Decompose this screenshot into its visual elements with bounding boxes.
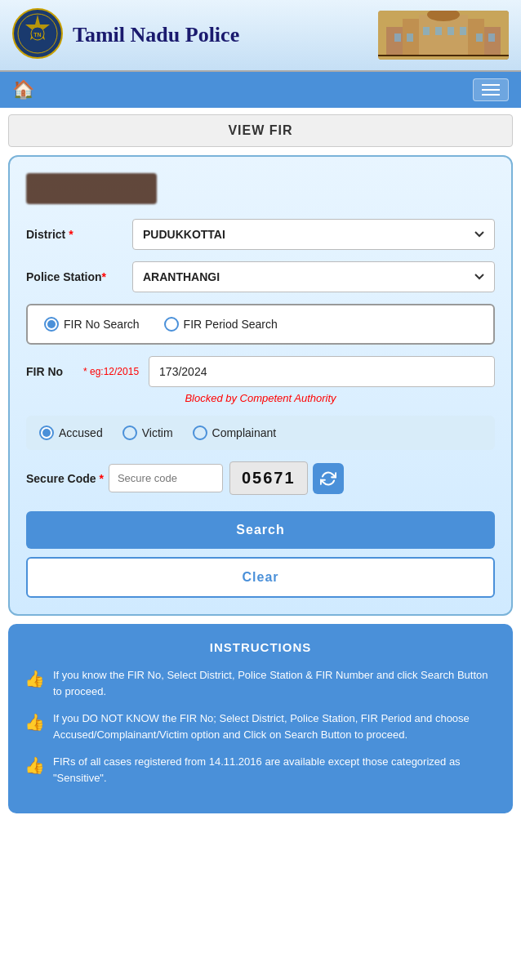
- secure-code-display: 05671: [229, 461, 308, 495]
- instruction-item-2: 👍 If you DO NOT KNOW the FIR No; Select …: [24, 710, 497, 742]
- thumbs-up-icon-1: 👍: [24, 669, 45, 688]
- page-title: VIEW FIR: [8, 114, 513, 147]
- svg-rect-12: [435, 27, 442, 35]
- blocked-message: Blocked by Competent Authority: [26, 392, 495, 404]
- instructions-section: INSTRUCTIONS 👍 If you know the FIR No, S…: [8, 624, 513, 813]
- thumbs-up-icon-2: 👍: [24, 712, 45, 732]
- district-row: District * PUDUKKOTTAI: [26, 219, 495, 250]
- menu-button[interactable]: [473, 78, 509, 101]
- instruction-text-3: FIRs of all cases registered from 14.11.…: [53, 754, 497, 786]
- victim-radio[interactable]: [122, 425, 137, 440]
- victim-option[interactable]: Victim: [122, 425, 173, 440]
- svg-rect-10: [407, 33, 413, 42]
- main-form-card: District * PUDUKKOTTAI Police Station* A…: [8, 155, 513, 616]
- instruction-item-3: 👍 FIRs of all cases registered from 14.1…: [24, 754, 497, 786]
- site-header: TN Tamil Nadu Police: [0, 0, 521, 72]
- instruction-text-2: If you DO NOT KNOW the FIR No; Select Di…: [53, 710, 497, 742]
- svg-rect-9: [394, 33, 401, 42]
- menu-line-2: [482, 89, 500, 91]
- accused-radio[interactable]: [39, 425, 54, 440]
- accused-option[interactable]: Accused: [39, 425, 103, 440]
- police-station-select[interactable]: ARANTHANGI: [132, 261, 495, 292]
- redacted-logo: [26, 173, 157, 204]
- svg-rect-13: [448, 27, 454, 35]
- person-type-row: Accused Victim Complainant: [26, 416, 495, 450]
- svg-rect-11: [423, 27, 430, 35]
- instruction-item-1: 👍 If you know the FIR No, Select Distric…: [24, 667, 497, 699]
- svg-text:TN: TN: [33, 32, 41, 38]
- fir-no-input[interactable]: [149, 356, 495, 387]
- complainant-radio[interactable]: [193, 425, 207, 440]
- district-select[interactable]: PUDUKKOTTAI: [132, 219, 495, 250]
- search-type-group: FIR No Search FIR Period Search: [26, 304, 495, 345]
- navigation-bar: 🏠: [0, 72, 521, 108]
- police-station-label: Police Station*: [26, 270, 132, 283]
- logo: TN: [12, 8, 63, 62]
- svg-rect-14: [460, 27, 466, 35]
- refresh-secure-code-button[interactable]: [313, 463, 344, 494]
- clear-button[interactable]: Clear: [26, 557, 495, 598]
- secure-code-row: Secure Code * 05671: [26, 461, 495, 495]
- fir-no-search-option[interactable]: FIR No Search: [44, 317, 140, 332]
- district-label: District *: [26, 228, 132, 241]
- secure-code-input[interactable]: [109, 464, 223, 492]
- menu-line-1: [482, 84, 500, 86]
- instructions-title: INSTRUCTIONS: [24, 640, 497, 654]
- thumbs-up-icon-3: 👍: [24, 755, 45, 775]
- fir-no-row: FIR No * eg:12/2015: [26, 356, 495, 387]
- police-station-row: Police Station* ARANTHANGI: [26, 261, 495, 292]
- search-button[interactable]: Search: [26, 511, 495, 549]
- instruction-text-1: If you know the FIR No, Select District,…: [53, 667, 497, 699]
- fir-no-label: FIR No: [26, 365, 83, 378]
- complainant-option[interactable]: Complainant: [193, 425, 277, 440]
- svg-rect-16: [488, 33, 495, 42]
- home-icon[interactable]: 🏠: [12, 79, 34, 100]
- fir-period-search-radio[interactable]: [164, 317, 179, 332]
- site-title: Tamil Nadu Police: [73, 23, 239, 47]
- menu-line-3: [482, 94, 500, 96]
- header-building-image: [378, 11, 509, 60]
- fir-period-search-option[interactable]: FIR Period Search: [164, 317, 278, 332]
- secure-code-label: Secure Code *: [26, 472, 104, 485]
- fir-no-hint: * eg:12/2015: [83, 366, 139, 377]
- fir-no-search-radio[interactable]: [44, 317, 59, 332]
- svg-rect-15: [476, 33, 483, 42]
